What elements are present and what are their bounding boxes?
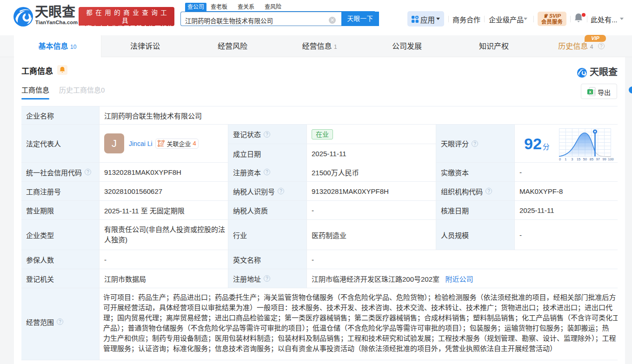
svg-text:97: 97 [596, 157, 599, 161]
svg-text:1: 1 [565, 157, 566, 161]
svg-text:99: 99 [602, 157, 606, 161]
svg-text:0: 0 [559, 157, 561, 161]
svg-text:3: 3 [571, 157, 573, 161]
svg-text:企: 企 [160, 142, 164, 147]
svg-text:50: 50 [583, 157, 587, 161]
svg-text:85: 85 [590, 157, 593, 161]
svg-text:15: 15 [577, 157, 580, 161]
svg-text:X: X [589, 90, 592, 94]
svg-text:100: 100 [608, 157, 614, 161]
